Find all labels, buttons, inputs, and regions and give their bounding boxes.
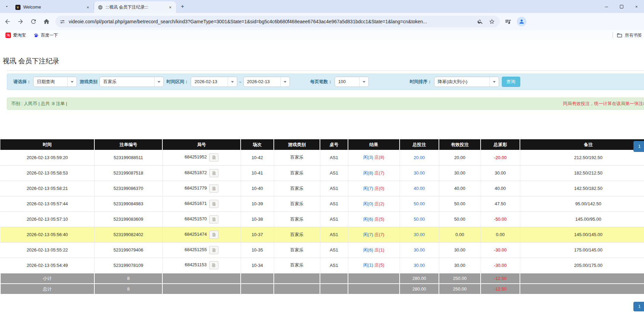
total-valid-bet: 250.00 — [439, 284, 481, 294]
cell-total-bet[interactable]: 30.00 — [400, 165, 439, 181]
cell-remark: 182.50/212.50 — [520, 165, 644, 181]
close-icon[interactable]: × — [85, 4, 91, 10]
col-table-no: 桌号 — [320, 139, 348, 150]
cell-round: 684251671 — [162, 196, 241, 211]
cell-total-bet[interactable]: 30.00 — [400, 227, 439, 242]
cell-total-bet[interactable]: 40.00 — [400, 181, 439, 196]
replay-button[interactable] — [209, 261, 218, 269]
query-type-dropdown[interactable]: 日期查询 — [33, 77, 77, 87]
subtotal-count: 8 — [94, 273, 162, 284]
bookmark-aitaobao[interactable]: 淘 爱淘宝 — [3, 32, 28, 39]
site-info-icon[interactable] — [59, 19, 65, 25]
result-banker: 庄(5) — [374, 217, 384, 222]
replay-button[interactable] — [209, 153, 218, 161]
cell-payout: -50.00 — [481, 211, 520, 227]
table-row: 2026-02-13 05:57:10 523199083609 6842515… — [0, 211, 644, 227]
page-size-dropdown[interactable]: 100 — [335, 77, 369, 87]
cell-bet-id: 523199078109 — [94, 258, 162, 273]
cell-table-no: AS1 — [320, 196, 348, 211]
replay-button[interactable] — [209, 184, 218, 193]
cell-round: 684251570 — [162, 211, 241, 227]
col-remark: 备注 — [520, 139, 644, 150]
media-controls-icon[interactable] — [505, 18, 511, 25]
cell-table-no: AS1 — [320, 150, 348, 165]
subtotal-label: 小计 — [0, 273, 94, 284]
cell-total-bet[interactable]: 30.00 — [400, 242, 439, 258]
zoom-out-icon[interactable] — [476, 17, 485, 26]
taobao-icon: 淘 — [5, 33, 11, 38]
col-time: 时间 — [0, 139, 94, 150]
total-total-bet: 280.00 — [400, 284, 439, 294]
cell-session: 10-34 — [241, 258, 274, 273]
title-divider — [7, 70, 644, 71]
replay-button[interactable] — [209, 215, 218, 223]
cell-game-type: 百家乐 — [274, 150, 320, 165]
cell-total-bet[interactable]: 50.00 — [400, 211, 439, 227]
bookmark-baidu[interactable]: 百度一下 — [31, 32, 60, 39]
subtotal-row: 小计 8 280.00 250.00 -12.50 — [0, 273, 644, 284]
subtotal-total-bet: 280.00 — [400, 273, 439, 284]
chevron-down-icon — [280, 77, 290, 87]
cell-total-bet[interactable]: 30.00 — [400, 258, 439, 273]
dropdown-value: 2026-02-13 — [191, 77, 228, 87]
cell-game-type: 百家乐 — [274, 196, 320, 211]
game-type-label: 游戏类别 — [80, 79, 97, 85]
chevron-down-icon — [154, 77, 163, 87]
profile-avatar[interactable] — [517, 17, 526, 26]
video-record-icon — [212, 217, 216, 222]
game-type-dropdown[interactable]: 百家乐 — [99, 77, 164, 87]
tab-welcome[interactable]: ♛ Welcome × — [12, 1, 94, 13]
minimize-icon[interactable]: ─ — [599, 1, 614, 12]
pagination-page-1-bottom[interactable]: 1 — [633, 302, 644, 311]
cell-bet-id: 523199083609 — [94, 211, 162, 227]
cell-total-bet[interactable]: 20.00 — [400, 150, 439, 165]
date-to-dropdown[interactable]: 2026-02-13 — [243, 77, 290, 87]
reload-icon[interactable] — [28, 16, 39, 27]
result-player: 闲(0) — [363, 201, 373, 206]
home-icon[interactable] — [41, 16, 52, 27]
search-button[interactable]: 查询 — [502, 77, 520, 87]
cell-result: 闲(7) 庄(0) — [348, 181, 400, 196]
sort-label: 时间排序： — [410, 79, 432, 85]
cell-remark: 145.00/95.00 — [520, 211, 644, 227]
replay-button[interactable] — [209, 200, 218, 208]
close-icon[interactable]: × — [167, 4, 173, 10]
tab-search-button[interactable] — [2, 2, 12, 11]
maximize-icon[interactable] — [614, 1, 629, 12]
filter-bar: 请选择： 日期查询 游戏类别 百家乐 时间区间： 2026-02-13 ~ 20… — [7, 74, 644, 90]
sort-dropdown[interactable]: 降幂(由大到小) — [434, 77, 499, 87]
video-record-icon — [212, 186, 216, 191]
close-window-icon[interactable]: × — [629, 1, 644, 12]
cell-round: 684251153 — [162, 258, 241, 273]
round-number: 684251474 — [185, 232, 207, 237]
cell-session: 10-38 — [241, 211, 274, 227]
bookmark-star-icon[interactable] — [487, 17, 496, 26]
table-header-row: 时间 注单编号 局号 场次 游戏类别 桌号 结果 总投注 有效投注 总派彩 备注 — [0, 139, 644, 150]
all-bookmarks-button[interactable]: 所有书签 — [617, 33, 642, 38]
address-bar[interactable]: videoie.com/ipl/portal.php/game/betrecor… — [55, 16, 500, 27]
replay-button[interactable] — [209, 169, 218, 177]
cell-round: 684251952 — [162, 150, 241, 165]
dropdown-value: 百家乐 — [100, 77, 154, 87]
cell-valid-bet: 30.00 — [439, 258, 481, 273]
pagination-page-1-top[interactable]: 1 — [633, 141, 644, 152]
forward-icon[interactable] — [15, 16, 26, 27]
cell-payout: -20.00 — [481, 150, 520, 165]
cell-total-bet[interactable]: 50.00 — [400, 196, 439, 211]
new-tab-button[interactable]: + — [178, 2, 187, 11]
cell-bet-id: 523199086370 — [94, 181, 162, 196]
cell-game-type: 百家乐 — [274, 211, 320, 227]
tab-betrecord-active[interactable]: :::视讯 会员下注纪录::: × — [94, 1, 176, 13]
bookmark-label: 百度一下 — [41, 33, 58, 38]
subtotal-payout: -12.50 — [481, 273, 520, 284]
cell-result: 闲(8) 庄(7) — [348, 165, 400, 181]
back-icon[interactable] — [2, 16, 13, 27]
date-range-label: 时间区间： — [166, 79, 189, 85]
date-from-dropdown[interactable]: 2026-02-13 — [191, 77, 237, 87]
replay-button[interactable] — [209, 231, 218, 239]
total-payout: -12.50 — [481, 284, 520, 294]
cell-table-no: AS1 — [320, 181, 348, 196]
url-text[interactable]: videoie.com/ipl/portal.php/game/betrecor… — [69, 19, 473, 24]
cell-result: 闲(3) 庄(8) — [348, 150, 400, 165]
replay-button[interactable] — [209, 246, 218, 254]
